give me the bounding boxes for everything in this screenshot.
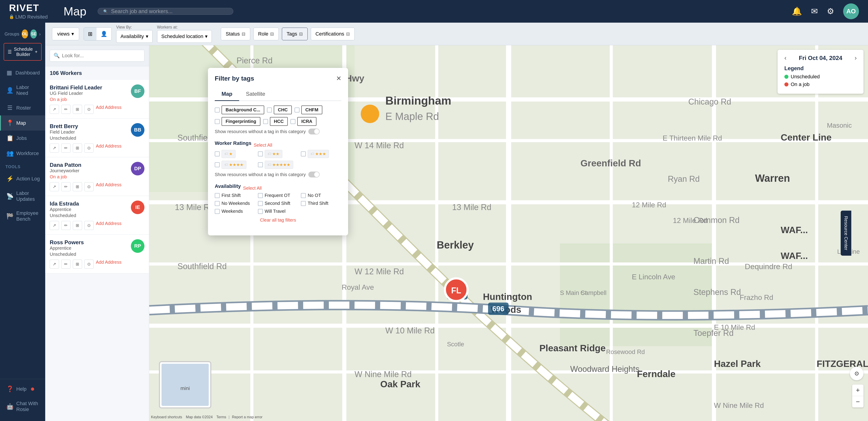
sidebar-item-employee-bench[interactable]: 🏁 Employee Bench bbox=[0, 206, 45, 226]
tag-checkbox[interactable] bbox=[215, 108, 220, 112]
list-item[interactable]: Ida Estrada Apprentice Unscheduled IE ↗ … bbox=[45, 196, 149, 235]
tag-checkbox[interactable] bbox=[294, 108, 300, 112]
avail-checkbox[interactable] bbox=[258, 209, 263, 214]
open-button[interactable]: ↗ bbox=[50, 221, 59, 230]
zoom-in-button[interactable]: + bbox=[852, 385, 864, 396]
group-badge-se[interactable]: SE bbox=[30, 29, 37, 38]
avail-checkbox[interactable] bbox=[215, 201, 220, 206]
open-button[interactable]: ↗ bbox=[50, 105, 59, 114]
tag-badge[interactable]: Background C... bbox=[221, 106, 264, 114]
open-button[interactable]: ↗ bbox=[50, 182, 59, 191]
viewby-select[interactable]: Availability ▾ bbox=[116, 30, 153, 43]
tag-badge[interactable]: CHC bbox=[274, 106, 291, 114]
workersat-select[interactable]: Scheduled location ▾ bbox=[157, 30, 212, 43]
avail-checkbox[interactable] bbox=[258, 201, 263, 206]
group-badge-ol[interactable]: OL bbox=[22, 29, 28, 38]
report-error-link[interactable]: Report a map error bbox=[232, 415, 262, 419]
edit-button[interactable]: ✏ bbox=[61, 182, 70, 191]
mail-icon[interactable]: ✉ bbox=[811, 6, 818, 16]
bell-icon[interactable]: 🔔 bbox=[792, 6, 802, 16]
worker-search-input[interactable]: 🔍 bbox=[50, 50, 145, 62]
sidebar-item-chat-rosie[interactable]: 🤖 Chat With Rosie bbox=[0, 397, 45, 417]
rating-checkbox[interactable] bbox=[258, 162, 263, 167]
add-address-link[interactable]: Add Address bbox=[96, 143, 121, 152]
tag-badge[interactable]: HCC bbox=[270, 117, 288, 126]
show-without-rating-toggle[interactable] bbox=[308, 172, 320, 177]
rating-checkbox[interactable] bbox=[215, 162, 220, 167]
views-button[interactable]: views ▾ bbox=[52, 28, 79, 40]
sidebar-item-labor-need[interactable]: 👤 Labor Need bbox=[0, 80, 45, 100]
list-item[interactable]: Brett Berry Field Leader Unscheduled BB … bbox=[45, 119, 149, 157]
keyboard-shortcuts[interactable]: Keyboard shortcuts bbox=[151, 415, 182, 419]
rating-checkbox[interactable] bbox=[301, 151, 306, 157]
sidebar-item-labor-updates[interactable]: 📡 Labor Updates bbox=[0, 186, 45, 206]
tag-checkbox[interactable] bbox=[267, 108, 272, 112]
schedule-builder-button[interactable]: ☰ Schedule Builder + bbox=[4, 43, 41, 61]
rating-badge[interactable]: 🏷 ★★ bbox=[265, 150, 282, 158]
tag-checkbox[interactable] bbox=[290, 119, 296, 124]
map-compass[interactable]: ⊙ bbox=[850, 367, 864, 380]
assign-button[interactable]: ⊞ bbox=[73, 260, 82, 269]
grid-view-button[interactable]: ⊞ bbox=[84, 28, 96, 40]
list-item[interactable]: Ross Powers Apprentice Unscheduled RP ↗ … bbox=[45, 235, 149, 274]
locate-button[interactable]: ⊙ bbox=[84, 221, 94, 230]
sidebar-item-jobs[interactable]: 📋 Jobs bbox=[0, 131, 45, 146]
avail-checkbox[interactable] bbox=[215, 193, 220, 198]
tab-map[interactable]: Map bbox=[215, 88, 239, 101]
sidebar-item-map[interactable]: 📍 Map bbox=[0, 115, 45, 131]
rating-checkbox[interactable] bbox=[258, 151, 263, 157]
list-view-button[interactable]: 👤 bbox=[96, 28, 112, 40]
search-input[interactable] bbox=[111, 8, 228, 15]
groups-arrow-icon[interactable]: › bbox=[39, 31, 41, 37]
map-area[interactable]: E Maple Rd W 14 Mile Rd 13 Mile Rd 13 Mi… bbox=[149, 45, 868, 421]
tag-badge[interactable]: ICRA bbox=[297, 117, 316, 126]
rating-badge[interactable]: 🏷 ★★★★★ bbox=[265, 161, 293, 169]
edit-button[interactable]: ✏ bbox=[61, 221, 70, 230]
open-button[interactable]: ↗ bbox=[50, 143, 59, 152]
open-button[interactable]: ↗ bbox=[50, 260, 59, 269]
prev-date-button[interactable]: ‹ bbox=[784, 54, 786, 62]
sidebar-item-help[interactable]: ❓ Help bbox=[0, 382, 45, 397]
assign-button[interactable]: ⊞ bbox=[73, 105, 82, 114]
show-without-tag-toggle[interactable] bbox=[308, 129, 320, 135]
tag-badge[interactable]: Fingerprinting bbox=[221, 117, 260, 126]
tag-checkbox[interactable] bbox=[263, 119, 268, 124]
locate-button[interactable]: ⊙ bbox=[84, 105, 94, 114]
sidebar-item-action-log[interactable]: ⚡ Action Log bbox=[0, 171, 45, 186]
sidebar-item-roster[interactable]: ☰ Roster bbox=[0, 100, 45, 115]
availability-select-all[interactable]: Select All bbox=[243, 186, 261, 191]
sidebar-item-dashboard[interactable]: ▦ Dashboard bbox=[0, 65, 45, 80]
rating-badge[interactable]: 🏷 ★★★ bbox=[308, 150, 329, 158]
clear-tag-filters-link[interactable]: Clear all tag filters bbox=[215, 218, 341, 223]
avail-checkbox[interactable] bbox=[301, 193, 306, 198]
add-address-link[interactable]: Add Address bbox=[96, 182, 121, 191]
next-date-button[interactable]: › bbox=[855, 54, 857, 62]
locate-button[interactable]: ⊙ bbox=[84, 260, 94, 269]
terms-link[interactable]: Terms bbox=[216, 415, 226, 419]
add-address-link[interactable]: Add Address bbox=[96, 221, 121, 230]
role-filter-button[interactable]: Role ⊟ bbox=[253, 28, 279, 40]
sidebar-item-workforce[interactable]: 👥 Workforce bbox=[0, 146, 45, 161]
tab-satellite[interactable]: Satellite bbox=[239, 88, 272, 101]
avail-checkbox[interactable] bbox=[215, 209, 220, 214]
edit-button[interactable]: ✏ bbox=[61, 105, 70, 114]
edit-button[interactable]: ✏ bbox=[61, 143, 70, 152]
certifications-filter-button[interactable]: Certifications ⊟ bbox=[311, 28, 355, 40]
avail-checkbox[interactable] bbox=[258, 193, 263, 198]
add-address-link[interactable]: Add Address bbox=[96, 260, 121, 269]
rating-checkbox[interactable] bbox=[215, 151, 220, 157]
tag-badge[interactable]: CHFM bbox=[301, 106, 322, 114]
rating-badge[interactable]: 🏷 ★★★★ bbox=[221, 161, 246, 169]
worker-search-field[interactable] bbox=[62, 53, 141, 59]
avail-checkbox[interactable] bbox=[301, 201, 306, 206]
locate-button[interactable]: ⊙ bbox=[84, 143, 94, 152]
add-address-link[interactable]: Add Address bbox=[96, 105, 121, 114]
assign-button[interactable]: ⊞ bbox=[73, 143, 82, 152]
avatar[interactable]: AO bbox=[843, 3, 859, 19]
rating-badge[interactable]: 🏷 ★ bbox=[221, 150, 236, 158]
filter-popup-close-button[interactable]: ✕ bbox=[336, 75, 341, 82]
locate-button[interactable]: ⊙ bbox=[84, 182, 94, 191]
global-search[interactable]: 🔍 bbox=[98, 8, 233, 15]
zoom-out-button[interactable]: − bbox=[852, 396, 864, 408]
list-item[interactable]: Dana Patton Journeyworker On a job DP ↗ … bbox=[45, 157, 149, 196]
